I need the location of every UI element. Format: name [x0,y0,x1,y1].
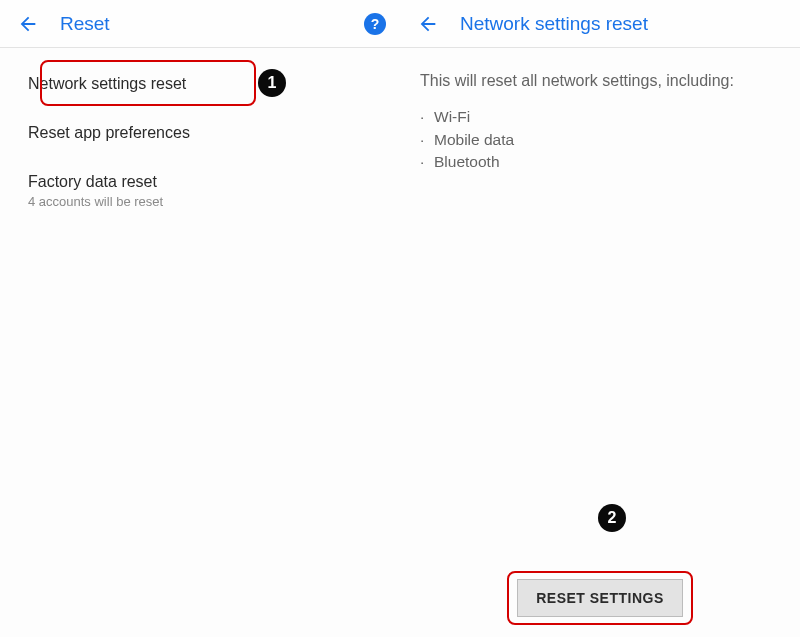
left-page-title: Reset [60,13,110,35]
option-reset-app-preferences[interactable]: Reset app preferences [0,109,400,158]
option-network-settings-reset[interactable]: Network settings reset [0,60,400,109]
bottom-button-area: RESET SETTINGS [400,579,800,617]
bullet-label: Mobile data [434,129,514,151]
bullet-item: ·Bluetooth [420,151,780,173]
annotation-badge-1: 1 [258,69,286,97]
back-button[interactable] [414,10,442,38]
right-page-title: Network settings reset [460,13,648,35]
bullet-label: Bluetooth [434,151,500,173]
option-label: Reset app preferences [28,123,376,144]
bullet-label: Wi-Fi [434,106,470,128]
reset-options-list: Network settings reset Reset app prefere… [0,48,400,235]
reset-bullet-list: ·Wi-Fi ·Mobile data ·Bluetooth [400,92,800,173]
network-settings-reset-screen: Network settings reset This will reset a… [400,0,800,637]
reset-menu-screen: Reset ? Network settings reset Reset app… [0,0,400,637]
annotation-badge-2: 2 [598,504,626,532]
option-label: Factory data reset [28,172,376,193]
option-subtext: 4 accounts will be reset [28,194,376,209]
arrow-left-icon [417,13,439,35]
help-icon[interactable]: ? [364,13,386,35]
left-header: Reset ? [0,0,400,48]
reset-description: This will reset all network settings, in… [400,48,800,92]
option-factory-data-reset[interactable]: Factory data reset 4 accounts will be re… [0,158,400,224]
bullet-item: ·Mobile data [420,129,780,151]
reset-settings-button[interactable]: RESET SETTINGS [517,579,683,617]
back-button[interactable] [14,10,42,38]
arrow-left-icon [17,13,39,35]
right-header: Network settings reset [400,0,800,48]
bullet-item: ·Wi-Fi [420,106,780,128]
option-label: Network settings reset [28,74,376,95]
